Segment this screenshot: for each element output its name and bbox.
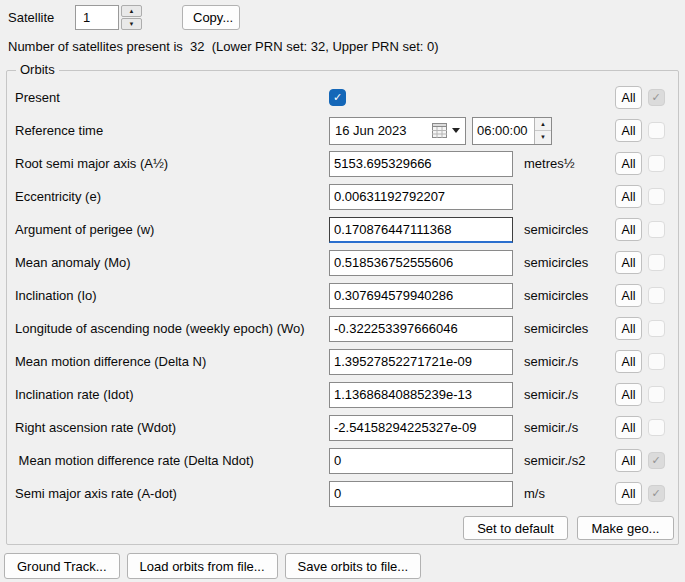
param-unit-label: metres½ xyxy=(516,156,611,171)
spin-up-icon[interactable]: ▲ xyxy=(121,5,142,17)
reference-time-label: Reference time xyxy=(7,123,329,138)
all-button[interactable]: All xyxy=(615,317,642,340)
orbit-param-row: Eccentricity (e) All xyxy=(7,180,678,213)
present-side-checkbox: ✓ xyxy=(648,89,665,106)
param-side-checkbox[interactable] xyxy=(648,221,665,238)
param-value-input[interactable] xyxy=(329,250,513,276)
param-unit-label: semicircles xyxy=(516,222,611,237)
make-geo-button[interactable]: Make geo... xyxy=(577,516,674,540)
satellite-count-info: Number of satellites present is 32 (Lowe… xyxy=(8,39,685,54)
all-button[interactable]: All xyxy=(615,449,642,472)
orbit-param-row: Mean motion difference rate (Delta Ndot)… xyxy=(7,444,678,477)
reference-time-value: 06:00:00 xyxy=(473,118,534,144)
param-side-checkbox[interactable] xyxy=(648,155,665,172)
param-unit-label: semicir./s2 xyxy=(516,453,611,468)
param-side-checkbox[interactable] xyxy=(648,386,665,403)
all-button-reference-time[interactable]: All xyxy=(615,119,642,142)
param-side-checkbox[interactable] xyxy=(648,287,665,304)
present-checkbox[interactable]: ✓ xyxy=(329,89,346,106)
orbit-param-row: Mean anomaly (Mo) semicircles All xyxy=(7,246,678,279)
all-button[interactable]: All xyxy=(615,185,642,208)
calendar-icon xyxy=(432,123,447,138)
param-value-input[interactable] xyxy=(329,349,513,375)
orbits-groupbox: Orbits Present ✓ All ✓ Reference time 16… xyxy=(6,70,679,545)
load-orbits-button[interactable]: Load orbits from file... xyxy=(127,553,278,579)
param-side-checkbox[interactable] xyxy=(648,188,665,205)
present-row: Present ✓ All ✓ xyxy=(7,81,678,114)
reference-date-value: 16 Jun 2023 xyxy=(335,123,432,138)
param-label: Semi major axis rate (A-dot) xyxy=(7,486,329,501)
orbits-group-title: Orbits xyxy=(16,62,59,77)
satellite-spinbox[interactable]: 1 ▲ ▼ xyxy=(75,5,142,30)
orbit-param-row: Semi major axis rate (A-dot) m/s All ✓ xyxy=(7,477,678,510)
reference-date-edit[interactable]: 16 Jun 2023 xyxy=(329,117,466,145)
checkmark-icon: ✓ xyxy=(651,455,660,466)
param-value-input[interactable] xyxy=(329,283,513,309)
param-unit-label: semicir./s xyxy=(516,420,611,435)
spin-down-icon[interactable]: ▼ xyxy=(535,131,551,144)
spin-down-icon[interactable]: ▼ xyxy=(121,18,142,30)
group-button-row: Set to default Make geo... xyxy=(7,516,678,540)
param-unit-label: m/s xyxy=(516,486,611,501)
param-rows: Root semi major axis (A½) metres½ All Ec… xyxy=(7,147,678,510)
all-button[interactable]: All xyxy=(615,152,642,175)
param-side-checkbox[interactable] xyxy=(648,254,665,271)
param-value-input[interactable] xyxy=(329,415,513,441)
dropdown-arrow-icon[interactable] xyxy=(452,128,460,133)
orbit-param-row: Mean motion difference (Delta N) semicir… xyxy=(7,345,678,378)
set-to-default-button[interactable]: Set to default xyxy=(463,516,568,540)
param-label: Inclination (Io) xyxy=(7,288,329,303)
param-label: Mean motion difference (Delta N) xyxy=(7,354,329,369)
satellite-spinbox-value[interactable]: 1 xyxy=(75,5,119,30)
param-side-checkbox[interactable] xyxy=(648,419,665,436)
orbit-param-row: Right ascension rate (Wdot) semicir./s A… xyxy=(7,411,678,444)
header-bar: Satellite 1 ▲ ▼ Copy... xyxy=(0,0,685,30)
footer-button-row: Ground Track... Load orbits from file...… xyxy=(4,553,685,579)
param-value-input[interactable] xyxy=(329,448,513,474)
param-label: Argument of perigee (w) xyxy=(7,222,329,237)
copy-button[interactable]: Copy... xyxy=(182,5,240,30)
reference-side-checkbox[interactable] xyxy=(648,122,665,139)
param-label: Mean anomaly (Mo) xyxy=(7,255,329,270)
checkmark-icon: ✓ xyxy=(651,488,660,499)
param-value-input[interactable] xyxy=(329,382,513,408)
orbit-param-row: Inclination (Io) semicircles All xyxy=(7,279,678,312)
param-unit-label: semicircles xyxy=(516,288,611,303)
param-unit-label: semicircles xyxy=(516,321,611,336)
orbit-param-row: Argument of perigee (w) semicircles All xyxy=(7,213,678,246)
all-button[interactable]: All xyxy=(615,251,642,274)
param-label: Root semi major axis (A½) xyxy=(7,156,329,171)
param-side-checkbox[interactable] xyxy=(648,353,665,370)
param-value-input[interactable] xyxy=(329,316,513,342)
param-label: Right ascension rate (Wdot) xyxy=(7,420,329,435)
orbit-param-row: Root semi major axis (A½) metres½ All xyxy=(7,147,678,180)
checkmark-icon: ✓ xyxy=(333,92,342,103)
all-button[interactable]: All xyxy=(615,482,642,505)
all-button[interactable]: All xyxy=(615,416,642,439)
param-value-input[interactable] xyxy=(329,217,513,243)
param-label: Longitude of ascending node (weekly epoc… xyxy=(7,321,329,336)
all-button[interactable]: All xyxy=(615,284,642,307)
ground-track-button[interactable]: Ground Track... xyxy=(4,553,120,579)
spin-up-icon[interactable]: ▲ xyxy=(535,118,551,132)
reference-time-edit[interactable]: 06:00:00 ▲ ▼ xyxy=(472,117,552,145)
param-side-checkbox: ✓ xyxy=(648,452,665,469)
param-value-input[interactable] xyxy=(329,481,513,507)
save-orbits-button[interactable]: Save orbits to file... xyxy=(285,553,422,579)
param-label: Inclination rate (Idot) xyxy=(7,387,329,402)
param-side-checkbox[interactable] xyxy=(648,320,665,337)
reference-time-row: Reference time 16 Jun 2023 06:00:00 ▲ xyxy=(7,114,678,147)
all-button-present[interactable]: All xyxy=(615,86,642,109)
all-button[interactable]: All xyxy=(615,383,642,406)
satellite-label: Satellite xyxy=(8,10,75,25)
orbit-param-row: Longitude of ascending node (weekly epoc… xyxy=(7,312,678,345)
present-label: Present xyxy=(7,90,329,105)
orbit-param-row: Inclination rate (Idot) semicir./s All xyxy=(7,378,678,411)
all-button[interactable]: All xyxy=(615,350,642,373)
param-value-input[interactable] xyxy=(329,184,513,210)
param-unit-label: semicir./s xyxy=(516,387,611,402)
param-unit-label: semicir./s xyxy=(516,354,611,369)
param-label: Eccentricity (e) xyxy=(7,189,329,204)
all-button[interactable]: All xyxy=(615,218,642,241)
param-value-input[interactable] xyxy=(329,151,513,177)
